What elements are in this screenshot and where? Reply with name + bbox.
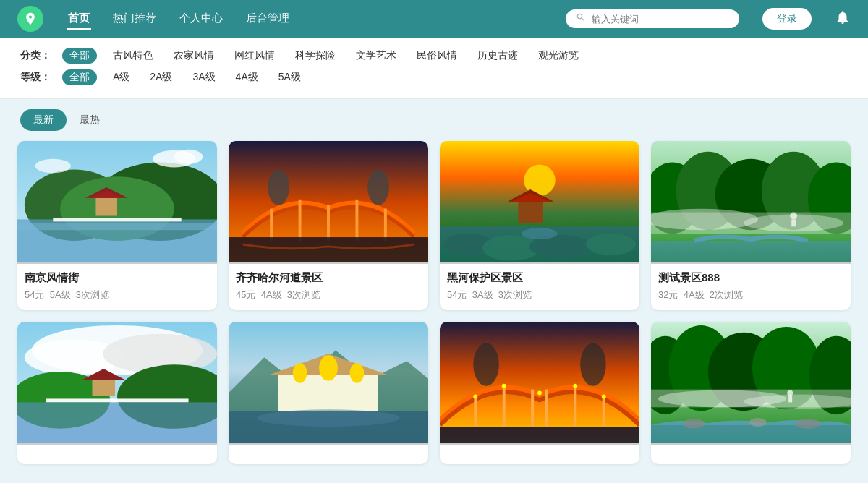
card-image-4 bbox=[651, 141, 851, 264]
nav-home[interactable]: 首页 bbox=[67, 9, 91, 30]
svg-point-77 bbox=[580, 343, 605, 386]
card-title-3: 黑河保护区景区 bbox=[447, 271, 632, 285]
card-info-2: 齐齐哈尔河道景区 45元 4A级 3次浏览 bbox=[229, 264, 428, 310]
cat-ancient[interactable]: 古风特色 bbox=[109, 48, 158, 64]
svg-rect-28 bbox=[518, 202, 542, 223]
scenic-card-6[interactable] bbox=[229, 322, 428, 464]
svg-rect-21 bbox=[229, 237, 428, 262]
svg-point-91 bbox=[795, 419, 820, 429]
svg-point-90 bbox=[749, 418, 767, 427]
svg-rect-42 bbox=[651, 241, 851, 262]
svg-point-19 bbox=[268, 169, 289, 205]
grade-3a[interactable]: 3A级 bbox=[188, 69, 219, 85]
cat-sightseeing[interactable]: 观光游览 bbox=[534, 48, 583, 64]
nav-hot[interactable]: 热门推荐 bbox=[111, 9, 158, 30]
card-title-4: 测试景区888 bbox=[658, 271, 843, 285]
cat-history[interactable]: 历史古迹 bbox=[473, 48, 522, 64]
svg-point-92 bbox=[787, 390, 793, 396]
nav-admin[interactable]: 后台管理 bbox=[244, 9, 291, 30]
card-image-8 bbox=[651, 322, 851, 445]
svg-point-74 bbox=[573, 384, 577, 388]
svg-point-63 bbox=[257, 409, 399, 427]
card-image-3 bbox=[440, 141, 639, 264]
cat-science[interactable]: 科学探险 bbox=[291, 48, 340, 64]
category-tags: 全部 古风特色 农家风情 网红风情 科学探险 文学艺术 民俗风情 历史古迹 观光… bbox=[62, 48, 583, 64]
logo-icon bbox=[23, 12, 38, 26]
navbar: 首页 热门推荐 个人中心 后台管理 登录 bbox=[0, 0, 868, 38]
cat-internet[interactable]: 网红风情 bbox=[230, 48, 279, 64]
grade-label: 等级： bbox=[20, 71, 51, 84]
tab-latest[interactable]: 最新 bbox=[20, 109, 67, 131]
card-info-4: 测试景区888 32元 4A级 2次浏览 bbox=[651, 264, 851, 310]
scenic-card-4[interactable]: 测试景区888 32元 4A级 2次浏览 bbox=[651, 141, 851, 310]
svg-rect-93 bbox=[788, 396, 792, 403]
grade-2a[interactable]: 2A级 bbox=[145, 69, 176, 85]
grade-5a[interactable]: 5A级 bbox=[274, 69, 305, 85]
grade-filter-row: 等级： 全部 A级 2A级 3A级 4A级 5A级 bbox=[20, 69, 848, 85]
login-button[interactable]: 登录 bbox=[762, 8, 812, 30]
card-info-6 bbox=[229, 445, 428, 464]
scenic-card-5[interactable] bbox=[17, 322, 217, 464]
svg-point-20 bbox=[367, 169, 389, 205]
cat-farm[interactable]: 农家风情 bbox=[169, 48, 218, 64]
cat-literary[interactable]: 文学艺术 bbox=[352, 48, 401, 64]
svg-rect-64 bbox=[440, 322, 639, 443]
card-meta-2: 45元 4A级 3次浏览 bbox=[236, 288, 421, 302]
scenic-card-8[interactable] bbox=[651, 322, 851, 464]
svg-point-60 bbox=[319, 355, 338, 380]
card-image-1 bbox=[17, 141, 217, 264]
svg-point-76 bbox=[473, 343, 498, 386]
card-meta-4: 32元 4A级 2次浏览 bbox=[658, 288, 843, 302]
card-image-7 bbox=[440, 322, 639, 445]
card-grid: 南京风情街 54元 5A级 3次浏览 bbox=[17, 141, 851, 464]
logo[interactable] bbox=[17, 6, 43, 32]
category-label: 分类： bbox=[20, 49, 51, 62]
svg-point-11 bbox=[174, 150, 203, 164]
cat-all[interactable]: 全部 bbox=[62, 48, 97, 64]
scenic-card-7[interactable] bbox=[440, 322, 639, 464]
card-title-1: 南京风情街 bbox=[25, 271, 210, 285]
card-meta-3: 54元 3A级 3次浏览 bbox=[447, 288, 632, 302]
svg-rect-54 bbox=[17, 402, 217, 443]
svg-point-89 bbox=[683, 419, 705, 429]
tabs-bar: 最新 最热 bbox=[0, 99, 868, 131]
grade-tags: 全部 A级 2A级 3A级 4A级 5A级 bbox=[62, 69, 305, 85]
card-info-1: 南京风情街 54元 5A级 3次浏览 bbox=[17, 264, 217, 310]
svg-point-59 bbox=[293, 363, 307, 383]
svg-rect-51 bbox=[93, 380, 116, 396]
card-meta-1: 54元 5A级 3次浏览 bbox=[25, 288, 210, 302]
grade-all[interactable]: 全部 bbox=[62, 69, 97, 85]
svg-rect-88 bbox=[651, 425, 851, 443]
search-bar bbox=[566, 9, 739, 28]
card-info-7 bbox=[440, 445, 639, 464]
svg-rect-44 bbox=[791, 219, 796, 226]
cat-folk[interactable]: 民俗风情 bbox=[412, 48, 461, 64]
search-icon bbox=[576, 12, 586, 25]
tab-hottest[interactable]: 最热 bbox=[67, 109, 113, 131]
grade-a[interactable]: A级 bbox=[109, 69, 134, 85]
svg-rect-5 bbox=[17, 223, 217, 230]
scenic-card-3[interactable]: 黑河保护区景区 54元 3A级 3次浏览 bbox=[440, 141, 639, 310]
grade-4a[interactable]: 4A级 bbox=[231, 69, 263, 85]
svg-point-73 bbox=[537, 391, 542, 396]
nav-profile[interactable]: 个人中心 bbox=[178, 9, 224, 30]
category-filter-row: 分类： 全部 古风特色 农家风情 网红风情 科学探险 文学艺术 民俗风情 历史古… bbox=[20, 48, 848, 64]
filter-bar: 分类： 全部 古风特色 农家风情 网红风情 科学探险 文学艺术 民俗风情 历史古… bbox=[0, 38, 868, 99]
bell-icon[interactable] bbox=[835, 9, 851, 29]
svg-point-75 bbox=[602, 395, 606, 399]
svg-rect-6 bbox=[95, 198, 117, 216]
card-title-2: 齐齐哈尔河道景区 bbox=[236, 271, 421, 285]
nav-links: 首页 热门推荐 个人中心 后台管理 bbox=[67, 9, 291, 30]
svg-point-61 bbox=[350, 363, 365, 383]
card-info-5 bbox=[17, 445, 217, 464]
svg-rect-78 bbox=[440, 427, 639, 443]
scenic-card-2[interactable]: 齐齐哈尔河道景区 45元 4A级 3次浏览 bbox=[229, 141, 428, 310]
card-info-8 bbox=[651, 445, 851, 464]
scenic-card-1[interactable]: 南京风情街 54元 5A级 3次浏览 bbox=[17, 141, 217, 310]
card-info-3: 黑河保护区景区 54元 3A级 3次浏览 bbox=[440, 264, 639, 310]
search-input[interactable] bbox=[592, 14, 729, 25]
svg-rect-9 bbox=[53, 218, 181, 221]
svg-rect-53 bbox=[46, 398, 188, 402]
svg-point-32 bbox=[522, 228, 557, 239]
svg-point-72 bbox=[502, 384, 506, 388]
